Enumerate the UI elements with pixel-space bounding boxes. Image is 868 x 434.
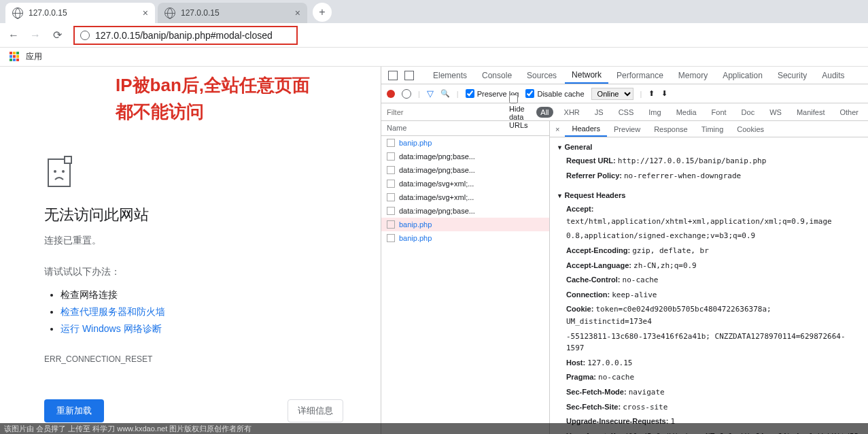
clear-icon[interactable] — [402, 89, 411, 99]
sad-page-icon — [44, 155, 77, 188]
header-row: Cache-Control: no-cache — [557, 273, 861, 288]
filter-icon[interactable]: ▽ — [427, 88, 434, 99]
watermark: 该图片由 会员撑了 上传至 科学刀 www.kxdao.net 图片版权归原创作… — [0, 423, 868, 434]
filter-css[interactable]: CSS — [614, 107, 638, 118]
request-row[interactable]: data:image/svg+xml;... — [381, 190, 549, 204]
apps-icon[interactable] — [10, 52, 20, 63]
request-name: data:image/png;base... — [399, 152, 475, 161]
search-icon[interactable]: 🔍 — [440, 89, 450, 98]
filter-all[interactable]: All — [536, 107, 553, 118]
list-item: 检查网络连接 — [60, 286, 381, 303]
file-icon — [387, 234, 395, 242]
filter-font[interactable]: Font — [708, 107, 731, 118]
download-icon[interactable]: ⬇ — [661, 89, 667, 98]
general-header[interactable]: General — [557, 140, 861, 154]
filter-manifest[interactable]: Manifest — [793, 107, 829, 118]
file-icon — [387, 207, 395, 215]
request-row[interactable]: data:image/png;base... — [381, 204, 549, 218]
request-row[interactable]: data:image/png;base... — [381, 150, 549, 163]
request-name: data:image/svg+xml;... — [399, 193, 474, 201]
filter-js[interactable]: JS — [591, 107, 608, 118]
devtools-panel: Elements Console Sources Network Perform… — [381, 67, 868, 434]
tab-memory[interactable]: Memory — [672, 68, 714, 83]
request-row[interactable]: data:image/png;base... — [381, 163, 549, 177]
list-item: 运行 Windows 网络诊断 — [60, 320, 381, 337]
back-button[interactable]: ← — [5, 27, 22, 44]
header-row: Accept-Encoding: gzip, deflate, br — [557, 244, 861, 258]
close-detail-icon[interactable]: × — [550, 125, 565, 133]
filter-doc[interactable]: Doc — [737, 107, 759, 118]
annotation-text: IP被ban后,全站任意页面都不能访问 — [116, 72, 310, 125]
tab-application[interactable]: Application — [716, 68, 769, 83]
tab-console[interactable]: Console — [475, 68, 519, 83]
tab-performance[interactable]: Performance — [610, 68, 670, 83]
tab-audits[interactable]: Audits — [815, 68, 851, 83]
tab-sources[interactable]: Sources — [520, 68, 563, 83]
file-icon — [387, 139, 395, 147]
record-icon[interactable] — [387, 90, 395, 98]
request-row[interactable]: data:image/svg+xml;... — [381, 177, 549, 190]
tab-1[interactable]: 127.0.0.15× — [158, 3, 307, 23]
url-text: 127.0.0.15/banip/banip.php#modal-closed — [95, 30, 273, 41]
new-tab-button[interactable]: + — [313, 3, 332, 22]
network-toolbar: | ▽ 🔍 | Preserve log Disable cache Onlin… — [381, 84, 868, 103]
request-headers-header[interactable]: Request Headers — [557, 188, 861, 202]
header-row: Connection: keep-alive — [557, 288, 861, 303]
globe-icon — [12, 7, 23, 18]
header-row: Accept: text/html,application/xhtml+xml,… — [557, 202, 861, 229]
request-row[interactable]: banip.php — [381, 218, 549, 231]
error-subtitle: 连接已重置。 — [44, 235, 381, 247]
error-page: IP被ban后,全站任意页面都不能访问 无法访问此网站 连接已重置。 请试试以下… — [0, 67, 381, 434]
close-icon[interactable]: × — [295, 7, 300, 18]
tab-cookies[interactable]: Cookies — [730, 122, 771, 136]
tab-security[interactable]: Security — [771, 68, 814, 83]
file-icon — [387, 152, 395, 161]
tab-response[interactable]: Response — [647, 122, 695, 136]
file-icon — [387, 220, 395, 229]
details-button[interactable]: 详细信息 — [288, 399, 343, 422]
globe-icon — [80, 31, 90, 40]
tab-timing[interactable]: Timing — [695, 122, 731, 136]
tab-title: 127.0.0.15 — [29, 8, 67, 18]
tab-headers[interactable]: Headers — [565, 122, 607, 137]
filter-ws[interactable]: WS — [765, 107, 786, 118]
tab-0[interactable]: 127.0.0.15× — [5, 3, 155, 23]
filter-img[interactable]: Img — [644, 107, 665, 118]
inspect-icon[interactable] — [388, 71, 398, 80]
name-header: Name — [381, 121, 549, 136]
url-input[interactable]: 127.0.0.15/banip/banip.php#modal-closed — [73, 26, 298, 45]
request-row[interactable]: banip.php — [381, 231, 549, 245]
network-list: Name banip.phpdata:image/png;base...data… — [381, 121, 550, 434]
devtools-tabs: Elements Console Sources Network Perform… — [381, 67, 868, 84]
tab-preview[interactable]: Preview — [607, 122, 647, 136]
forward-button[interactable]: → — [27, 27, 44, 44]
reload-button[interactable]: ⟳ — [49, 27, 65, 44]
reload-button[interactable]: 重新加载 — [44, 399, 104, 422]
file-icon — [387, 193, 395, 201]
filter-input[interactable] — [387, 108, 502, 116]
request-row[interactable]: banip.php — [381, 136, 549, 150]
svg-point-3 — [62, 170, 65, 173]
error-try: 请试试以下办法： — [44, 266, 381, 278]
throttling-select[interactable]: Online — [591, 88, 633, 100]
tab-network[interactable]: Network — [565, 67, 608, 84]
disable-cache-checkbox[interactable]: Disable cache — [525, 89, 584, 98]
diagnostics-link[interactable]: 运行 Windows 网络诊断 — [60, 323, 162, 334]
globe-icon — [164, 7, 175, 18]
filter-media[interactable]: Media — [672, 107, 701, 118]
request-url: Request URL: http://127.0.0.15/banip/ban… — [557, 154, 861, 169]
upload-icon[interactable]: ⬆ — [648, 89, 655, 98]
bookmarks-bar: 应用 — [0, 48, 868, 67]
filter-other[interactable]: Other — [835, 107, 863, 118]
svg-rect-1 — [65, 156, 71, 163]
proxy-link[interactable]: 检查代理服务器和防火墙 — [60, 306, 165, 317]
device-icon[interactable] — [404, 71, 414, 80]
close-icon[interactable]: × — [143, 7, 148, 18]
apps-label[interactable]: 应用 — [26, 51, 42, 63]
filter-xhr[interactable]: XHR — [560, 107, 584, 118]
header-row: Cookie: token=c0e024d9200b5705bc48047226… — [557, 302, 861, 329]
header-row: -55123811-13c680-173e416f62a41b; CNZZDAT… — [557, 329, 861, 356]
request-name: data:image/png;base... — [399, 166, 475, 174]
tab-elements[interactable]: Elements — [426, 68, 474, 83]
referrer-policy: Referrer Policy: no-referrer-when-downgr… — [557, 169, 861, 184]
